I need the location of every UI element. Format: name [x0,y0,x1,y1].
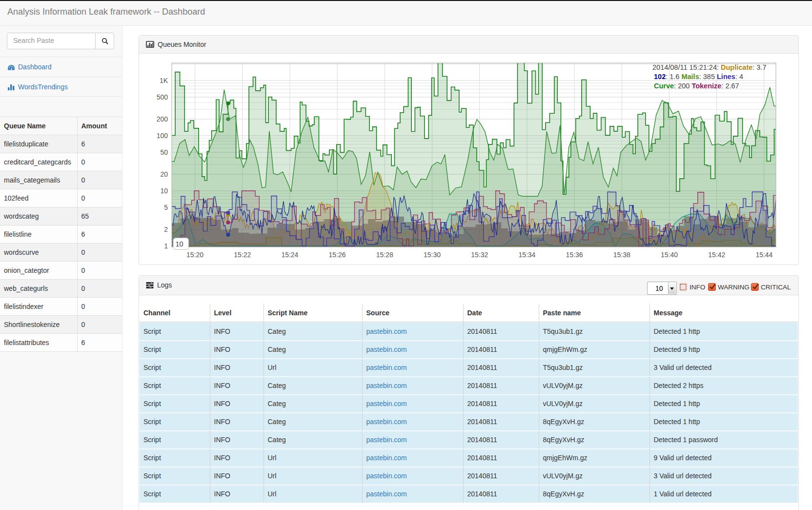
svg-text:15:40: 15:40 [661,251,678,259]
svg-text:10: 10 [176,240,183,248]
svg-text:15:38: 15:38 [613,251,630,259]
svg-text:15:30: 15:30 [424,251,441,259]
svg-text:1: 1 [164,242,168,250]
svg-text:15:44: 15:44 [755,251,772,259]
svg-text:500: 500 [157,93,168,101]
svg-text:15:20: 15:20 [186,251,203,259]
svg-text:15:22: 15:22 [234,251,251,259]
svg-text:15:42: 15:42 [708,251,725,259]
svg-text:5: 5 [164,204,168,211]
svg-text:15:34: 15:34 [518,251,535,259]
svg-text:20: 20 [160,170,168,178]
svg-text:15:26: 15:26 [329,251,346,259]
svg-text:15:32: 15:32 [471,251,488,259]
svg-text:15:36: 15:36 [566,251,583,259]
svg-text:15:28: 15:28 [376,251,393,259]
svg-text:200: 200 [157,115,168,123]
svg-text:50: 50 [160,148,168,156]
svg-text:15:24: 15:24 [281,251,298,259]
svg-text:100: 100 [157,132,168,140]
svg-text:10: 10 [160,187,168,195]
svg-text:Curve: 200 Tokenize: 2.67: Curve: 200 Tokenize: 2.67 [654,82,739,90]
svg-text:102: 1.6 Mails: 385 Lines: 4: 102: 1.6 Mails: 385 Lines: 4 [654,73,743,81]
svg-text:2014/08/11 15:21:24: Duplicate: 2014/08/11 15:21:24: Duplicate: 3.7 [652,63,767,71]
svg-text:2: 2 [164,225,168,233]
svg-text:1K: 1K [160,77,168,84]
